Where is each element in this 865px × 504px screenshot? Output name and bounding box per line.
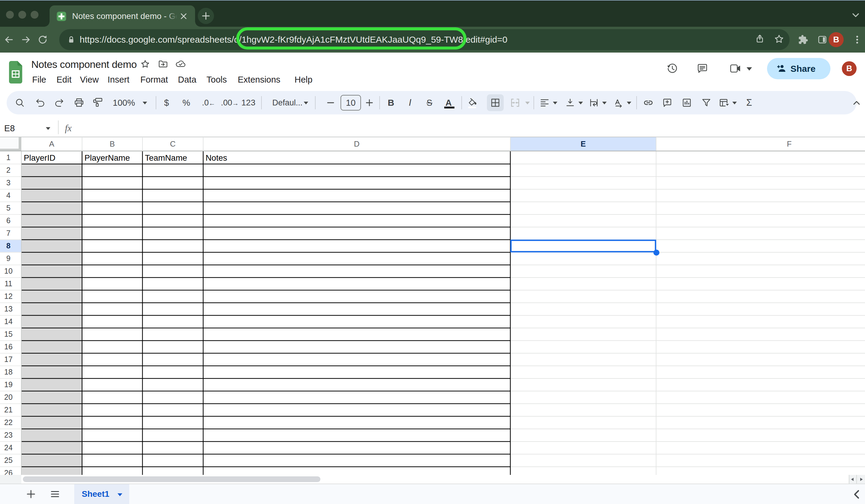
svg-text:17: 17: [4, 355, 13, 363]
svg-text:4: 4: [6, 191, 11, 199]
svg-text:PlayerID: PlayerID: [24, 153, 55, 163]
svg-text:E: E: [581, 139, 586, 148]
svg-text:25: 25: [4, 456, 13, 464]
svg-text:TeamName: TeamName: [145, 153, 187, 163]
svg-text:1: 1: [6, 153, 11, 162]
svg-text:7: 7: [6, 229, 11, 237]
svg-text:Notes: Notes: [206, 153, 227, 163]
svg-text:5: 5: [6, 204, 11, 212]
svg-text:15: 15: [4, 330, 13, 338]
svg-text:22: 22: [4, 418, 13, 426]
svg-text:2: 2: [6, 166, 11, 174]
svg-text:20: 20: [4, 393, 13, 401]
svg-text:16: 16: [4, 342, 13, 351]
svg-text:12: 12: [4, 292, 13, 300]
svg-text:C: C: [170, 139, 176, 148]
svg-text:21: 21: [4, 406, 13, 414]
svg-text:19: 19: [4, 380, 13, 389]
svg-text:18: 18: [4, 368, 13, 376]
svg-text:F: F: [787, 139, 792, 148]
svg-text:3: 3: [6, 178, 11, 187]
svg-text:9: 9: [6, 254, 11, 262]
svg-text:14: 14: [4, 317, 13, 326]
svg-text:8: 8: [6, 242, 11, 250]
svg-text:B: B: [110, 139, 115, 148]
svg-text:D: D: [354, 139, 360, 148]
svg-text:13: 13: [4, 305, 13, 313]
svg-text:24: 24: [4, 443, 13, 452]
svg-text:23: 23: [4, 431, 13, 439]
svg-text:A: A: [49, 139, 54, 148]
svg-text:PlayerName: PlayerName: [84, 153, 130, 163]
svg-text:11: 11: [4, 279, 12, 288]
svg-text:6: 6: [6, 216, 11, 225]
svg-text:10: 10: [4, 267, 13, 275]
